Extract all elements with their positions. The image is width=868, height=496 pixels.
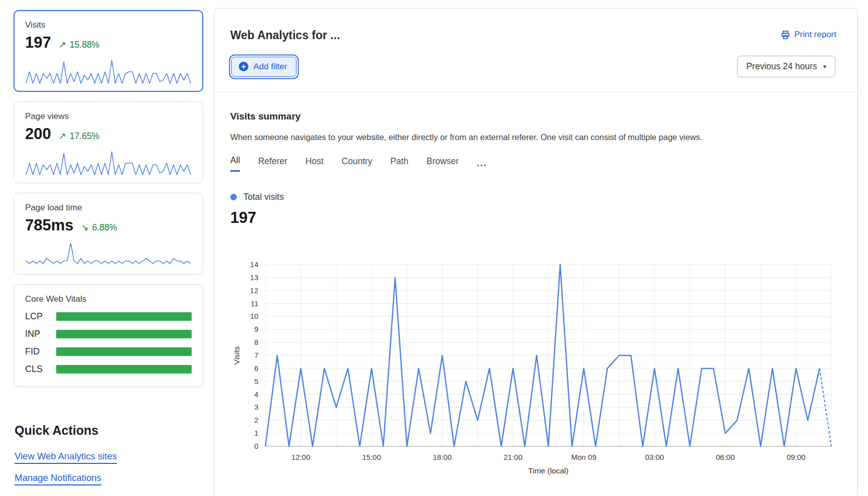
add-filter-button[interactable]: + Add filter <box>231 57 297 77</box>
svg-text:03:00: 03:00 <box>645 453 664 461</box>
svg-text:Time (local): Time (local) <box>528 466 568 475</box>
visits-sparkline <box>25 58 192 84</box>
tab-all[interactable]: All <box>230 155 240 172</box>
filter-row: + Add filter Previous 24 hours ▾ <box>214 56 857 77</box>
more-tabs-ellipsis-icon[interactable]: ... <box>477 158 487 169</box>
metric-card-title: Visits <box>25 20 192 30</box>
manage-notifications-link[interactable]: Manage Notifications <box>15 472 101 485</box>
svg-text:09:00: 09:00 <box>787 453 806 461</box>
svg-text:3: 3 <box>254 403 258 411</box>
legend-dot-icon <box>230 194 237 200</box>
legend-label: Total visits <box>243 192 284 202</box>
vitals-good-bar <box>56 312 192 321</box>
metric-card-page-load-time[interactable]: Page load time 785ms ↘ 6.88% <box>14 193 203 275</box>
printer-icon <box>781 30 790 40</box>
web-analytics-panel: Web Analytics for ... Print report + Add… <box>214 8 858 496</box>
vitals-row-inp: INP <box>25 329 192 339</box>
visits-chart[interactable]: 0123456789101112131412:0015:0018:0021:00… <box>220 231 857 484</box>
tab-path[interactable]: Path <box>390 156 408 171</box>
vitals-label: INP <box>25 329 48 339</box>
visits-summary-section: Visits summary When someone navigates to… <box>214 92 857 486</box>
tab-referer[interactable]: Referer <box>258 156 287 171</box>
trend-value: 15.88% <box>70 40 99 50</box>
quick-actions-section: Quick Actions View Web Analytics sites M… <box>14 423 203 496</box>
chart-legend: Total visits <box>230 192 835 202</box>
tab-country[interactable]: Country <box>342 156 372 171</box>
plus-icon: + <box>239 62 248 71</box>
svg-text:15:00: 15:00 <box>362 453 381 461</box>
tab-host[interactable]: Host <box>306 156 324 171</box>
svg-text:11: 11 <box>250 299 258 308</box>
vitals-row-fid: FID <box>25 346 192 357</box>
vitals-row-cls: CLS <box>25 364 192 375</box>
tab-browser[interactable]: Browser <box>426 156 459 171</box>
total-visits-value: 197 <box>230 209 835 227</box>
svg-text:0: 0 <box>254 442 258 450</box>
svg-text:06:00: 06:00 <box>716 453 735 461</box>
vitals-row-lcp: LCP <box>25 311 192 322</box>
dimension-tabs: All Referer Host Country Path Browser ..… <box>230 155 835 172</box>
svg-text:18:00: 18:00 <box>433 453 452 461</box>
core-web-vitals-card[interactable]: Core Web Vitals LCP INP FID CLS <box>14 284 203 387</box>
page-title: Web Analytics for ... <box>230 29 340 42</box>
sidebar: Visits 197 ↗ 15.88% Page views 200 ↗ 17.… <box>14 10 203 496</box>
svg-text:10: 10 <box>250 312 258 320</box>
caret-down-icon: ▾ <box>823 63 826 70</box>
visits-summary-description: When someone navigates to your website, … <box>230 133 835 142</box>
metric-trend: ↗ 17.65% <box>59 131 99 142</box>
svg-text:12:00: 12:00 <box>292 453 311 461</box>
metric-card-title: Page load time <box>25 203 192 213</box>
svg-text:Visits: Visits <box>232 346 241 364</box>
svg-text:14: 14 <box>250 260 258 269</box>
metric-card-page-views[interactable]: Page views 200 ↗ 17.65% <box>14 101 203 183</box>
trend-down-icon: ↘ <box>81 222 89 233</box>
svg-text:5: 5 <box>254 377 258 386</box>
svg-text:Mon 09: Mon 09 <box>571 453 596 461</box>
svg-text:13: 13 <box>250 273 258 282</box>
trend-up-icon: ↗ <box>59 131 66 142</box>
core-web-vitals-title: Core Web Vitals <box>25 294 192 304</box>
metric-trend: ↗ 15.88% <box>59 39 99 50</box>
metric-card-visits[interactable]: Visits 197 ↗ 15.88% <box>14 10 203 92</box>
svg-text:2: 2 <box>254 416 258 424</box>
vitals-label: FID <box>25 346 48 357</box>
add-filter-label: Add filter <box>253 62 287 72</box>
vitals-good-bar <box>56 365 192 374</box>
metric-card-value: 197 <box>25 34 51 52</box>
trend-value: 6.88% <box>92 222 117 233</box>
metric-trend: ↘ 6.88% <box>81 222 117 233</box>
quick-actions-title: Quick Actions <box>15 423 203 438</box>
svg-text:21:00: 21:00 <box>504 453 523 461</box>
svg-text:4: 4 <box>254 390 258 399</box>
visits-summary-title: Visits summary <box>230 111 835 122</box>
vitals-label: LCP <box>25 311 48 322</box>
page-views-sparkline <box>25 150 192 176</box>
trend-up-icon: ↗ <box>59 39 66 50</box>
svg-text:8: 8 <box>254 338 258 346</box>
time-range-label: Previous 24 hours <box>746 61 817 72</box>
view-web-analytics-sites-link[interactable]: View Web Analytics sites <box>15 451 117 464</box>
trend-value: 17.65% <box>70 131 99 142</box>
vitals-label: CLS <box>25 364 48 375</box>
metric-card-value: 200 <box>25 125 51 143</box>
time-range-dropdown[interactable]: Previous 24 hours ▾ <box>737 56 835 77</box>
svg-text:7: 7 <box>254 351 258 359</box>
page-load-time-sparkline <box>25 241 192 267</box>
vitals-good-bar <box>56 330 192 338</box>
panel-header: Web Analytics for ... Print report <box>214 9 857 42</box>
print-report-label: Print report <box>794 30 836 40</box>
metric-card-value: 785ms <box>25 216 74 234</box>
vitals-good-bar <box>56 347 192 356</box>
print-report-link[interactable]: Print report <box>781 30 836 40</box>
metric-card-title: Page views <box>25 111 192 121</box>
svg-text:1: 1 <box>254 429 258 437</box>
svg-text:12: 12 <box>250 286 258 295</box>
svg-text:6: 6 <box>254 364 258 373</box>
svg-text:9: 9 <box>254 325 258 333</box>
